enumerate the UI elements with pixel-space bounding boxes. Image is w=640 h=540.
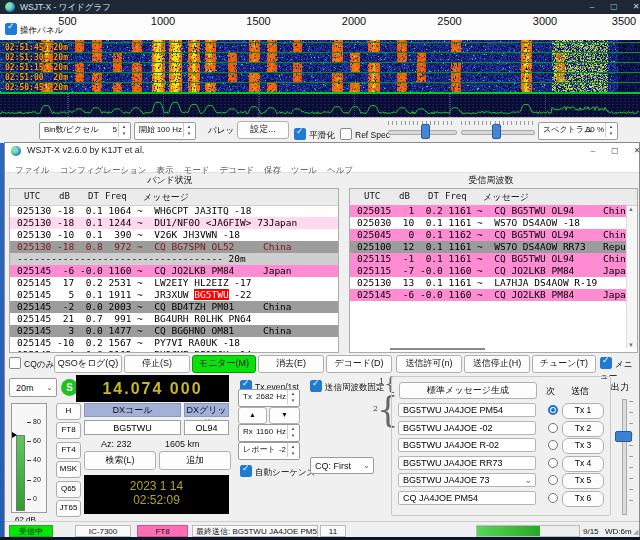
close-icon[interactable]: ✕ xyxy=(629,144,640,158)
monitor-button[interactable]: モニター(M) xyxy=(192,355,256,373)
checkbox-icon[interactable] xyxy=(240,465,252,477)
menu-item-6[interactable]: ツール xyxy=(291,164,317,177)
tx-message-field-5[interactable]: BG5TWU JA4JOE 73⌄ xyxy=(398,473,536,487)
tx-button-1[interactable]: Tx 1 xyxy=(562,403,604,419)
enable-tx-button[interactable]: 送信許可(n) xyxy=(396,355,462,373)
checkbox-icon[interactable] xyxy=(9,357,21,369)
start-hz-spinbox[interactable]: 開始 100 Hz ▴▾ xyxy=(134,122,196,140)
tx-message-field-1[interactable]: BG5TWU JA4JOE PM54 xyxy=(398,403,536,417)
log-qso-button[interactable]: QSOをログ(Q) xyxy=(54,355,122,373)
generate-std-msgs-button[interactable]: 標準メッセージ生成 xyxy=(399,382,537,399)
bins-per-pixel-spinbox[interactable]: Bin数/ピクセル 5 ▴▾ xyxy=(39,122,131,140)
checkbox-icon[interactable] xyxy=(5,23,17,35)
decode-row[interactable]: 025130 13 0.1 1161 ~ LA7HJA DS4AOW R-19 xyxy=(350,277,626,289)
band-select[interactable]: 20m ⌄ xyxy=(9,378,57,397)
checkbox-icon[interactable] xyxy=(310,380,322,392)
tx-button-2[interactable]: Tx 2 xyxy=(562,421,604,437)
next-radio-1[interactable] xyxy=(548,405,558,415)
spinner-arrows-icon[interactable]: ▴▾ xyxy=(287,390,298,404)
halt-tx-button[interactable]: 送信停止(H) xyxy=(464,355,530,373)
auto-seq-checkbox[interactable]: 自動シーケンス xyxy=(240,461,315,479)
tx-button-4[interactable]: Tx 4 xyxy=(562,456,604,472)
tune-button[interactable]: チューン(T) xyxy=(532,355,596,373)
dx-grid-field[interactable]: OL94 xyxy=(184,420,229,435)
mode-button-ft8[interactable]: FT8 xyxy=(56,422,81,439)
pwr-slider-handle[interactable] xyxy=(615,431,632,442)
rx-freq-spinbox[interactable]: Rx 1160 Hz ▴▾ xyxy=(238,424,300,442)
decode-row[interactable]: ------------------------------------ 20m xyxy=(10,253,338,265)
next-radio-4[interactable] xyxy=(548,458,558,468)
decode-row[interactable]: 025145 -10 0.2 1567 ~ PY7VI RA0UK -18 xyxy=(10,337,338,349)
scroll-down-icon[interactable]: ▼ xyxy=(628,342,634,348)
checkbox-icon[interactable] xyxy=(340,128,352,140)
palette-settings-button[interactable]: 設定... xyxy=(237,121,289,139)
controls-panel-checkbox[interactable]: 操作パネル xyxy=(5,19,63,37)
mode-button-msk[interactable]: MSK xyxy=(56,461,81,478)
tx-message-field-3[interactable]: BG5TWU JA4JOE R-02 xyxy=(398,438,536,452)
main-titlebar[interactable]: WSJT-X v2.6.0 by K1JT et al. – ▢ ✕ xyxy=(5,143,639,160)
decode-row[interactable]: 025145 5 0.1 1911 ~ JR3XUW BG5TWU -22 xyxy=(10,289,338,301)
spinner-arrows-icon[interactable]: ▴▾ xyxy=(183,123,194,137)
mode-button-jt65[interactable]: JT65 xyxy=(56,500,81,517)
decode-row[interactable]: 025100 12 0.1 1161 ~ WS7O DS4AOW RR73 Re… xyxy=(350,241,626,253)
zero-slider-handle[interactable] xyxy=(492,124,501,139)
mode-button-h[interactable]: H xyxy=(56,403,81,420)
lookup-button[interactable]: 検索(L) xyxy=(84,451,156,470)
decode-row[interactable]: 025145 17 0.2 2531 ~ LW2EIY HL2EIZ -17 xyxy=(10,277,338,289)
tx-button-6[interactable]: Tx 6 xyxy=(562,491,604,507)
next-radio-3[interactable] xyxy=(548,440,558,450)
scroll-up-icon[interactable]: ▲ xyxy=(628,206,634,212)
menu-item-0[interactable]: ファイル xyxy=(15,164,50,177)
next-radio-6[interactable] xyxy=(548,493,558,503)
menu-item-1[interactable]: コンフィグレーション xyxy=(60,164,147,177)
spinner-arrows-icon[interactable]: ▴▾ xyxy=(287,425,298,439)
next-radio-5[interactable] xyxy=(548,475,558,485)
tx-message-field-4[interactable]: BG5TWU JA4JOE RR73 xyxy=(398,456,536,470)
decode-row[interactable]: 025115 -7 -0.0 1160 ~ CQ JO2LKB PM84 Jap… xyxy=(350,265,626,277)
maximize-icon[interactable]: ▢ xyxy=(606,0,622,14)
decode-row[interactable]: 025145 3 0.0 1477 ~ CQ BG6HNO OM81 China xyxy=(10,325,338,337)
checkbox-icon[interactable] xyxy=(600,357,612,369)
decode-row[interactable]: 025145 4 0.8 2102 ~ BH2SMF BI1EJK -14 xyxy=(10,349,338,353)
erase-button[interactable]: 消去(E) xyxy=(258,355,324,373)
maximize-icon[interactable]: ▢ xyxy=(607,144,623,158)
decode-button[interactable]: デコード(D) xyxy=(326,355,392,373)
close-icon[interactable]: ✕ xyxy=(628,0,640,14)
frequency-display[interactable]: 14.074 000 xyxy=(76,375,229,402)
mode-button-q65[interactable]: Q65 xyxy=(56,481,81,498)
halt-button[interactable]: 停止(S) xyxy=(124,355,190,373)
dx-call-field[interactable]: BG5TWU xyxy=(84,420,181,435)
decode-row[interactable]: 025145 -6 -0.0 1160 ~ CQ JO2LKB PM84 Jap… xyxy=(10,265,338,277)
next-radio-2[interactable] xyxy=(548,423,558,433)
gain-slider-handle[interactable] xyxy=(421,124,430,139)
waterfall-canvas[interactable] xyxy=(0,40,640,117)
rx-vertical-scrollbar[interactable]: ▲ ▼ xyxy=(626,206,637,348)
mode-button-ft4[interactable]: FT4 xyxy=(56,442,81,459)
tx-freq-spinbox[interactable]: Tx 2682 Hz ▴▾ xyxy=(238,389,300,407)
tx-message-field-2[interactable]: BG5TWU JA4JOE -02 xyxy=(398,421,536,435)
tx-up-button[interactable]: ▲ xyxy=(238,407,267,424)
minimize-icon[interactable]: – xyxy=(585,144,601,158)
call-first-select[interactable]: CQ: First ⌄ xyxy=(310,457,374,474)
tx-message-field-6[interactable]: CQ JA4JOE PM54 xyxy=(398,491,536,505)
resize-grip-icon[interactable]: ◢ xyxy=(633,528,638,536)
rx-horizontal-scrollbar[interactable] xyxy=(390,348,485,350)
widegraph-titlebar[interactable]: WSJT-X - ワイドグラフ – ▢ ✕ xyxy=(0,0,640,14)
cq-only-checkbox[interactable]: CQのみ xyxy=(9,357,54,371)
spinner-arrows-icon[interactable]: ▴▾ xyxy=(287,443,298,457)
decode-row[interactable]: 025130 -18 0.1 1244 ~ DU1/NF0O <JA6FIW> … xyxy=(10,217,338,229)
menu-item-5[interactable]: 保存 xyxy=(264,164,281,177)
spinner-arrows-icon[interactable]: ▴▾ xyxy=(605,123,616,137)
menu-item-4[interactable]: デコード xyxy=(220,164,255,177)
tx-down-button[interactable]: ▼ xyxy=(269,407,300,424)
decode-row[interactable]: 025030 10 0.1 1161 ~ WS7O DS4AOW -18 xyxy=(350,217,626,229)
smoothing-checkbox[interactable]: 平滑化 xyxy=(294,124,335,142)
decode-row[interactable]: 025130 -18 0.8 972 ~ CQ BG7SPN OL52 Chin… xyxy=(10,241,338,253)
hold-tx-freq-checkbox[interactable]: 送信周波数固定 xyxy=(310,376,385,394)
checkbox-icon[interactable] xyxy=(294,128,306,140)
spectrum-percent-spinbox[interactable]: スペクトラム 30 % ▴▾ xyxy=(538,122,618,140)
tx-button-5[interactable]: Tx 5 xyxy=(562,473,604,489)
decode-row[interactable]: 025145 21 0.7 991 ~ BG4URH R0LHK PN64 xyxy=(10,313,338,325)
decode-row[interactable]: 025130 -18 0.1 1064 ~ WH6CPT JA3ITQ -18 xyxy=(10,205,338,217)
tx-button-3[interactable]: Tx 3 xyxy=(562,438,604,454)
